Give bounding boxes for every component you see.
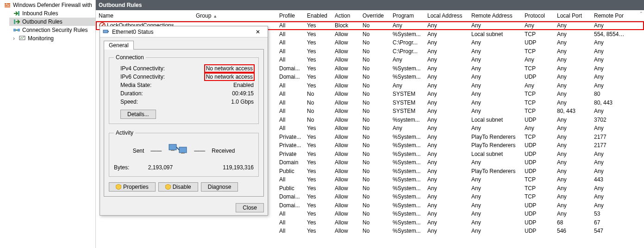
cell-override: No [360,211,390,217]
cell-action: Allow [332,108,360,114]
cell-override: No [360,65,390,72]
cell-remoteaddr: Any [469,74,522,80]
disable-button[interactable]: Disable [158,182,198,192]
cell-localport: 80, 443 [554,108,591,114]
cell-localaddr: Any [425,168,469,174]
table-row[interactable]: AllYesAllowNo%System...AnyAnyUDP6867 [96,218,644,227]
cell-action: Allow [332,31,360,37]
tab-general[interactable]: General [104,41,134,50]
cell-protocol: Any [522,125,554,131]
cell-enabled: Yes [304,159,332,166]
monitor-icon [19,35,26,42]
tree-item-monitoring[interactable]: › Monitoring [9,34,95,43]
cell-localport: Any [554,91,591,97]
cell-protocol: UDP [522,228,554,234]
cell-program: Any [390,22,425,29]
svg-rect-9 [19,36,25,40]
cell-program: Any [390,125,425,131]
cell-program: %System... [390,65,425,72]
dialog-titlebar[interactable]: Ethernet0 Status ✕ [100,26,268,37]
chevron-right-icon[interactable]: › [13,35,19,42]
cell-protocol: TCP [522,134,554,140]
cell-remoteaddr: Any [469,211,522,217]
col-override[interactable]: Override [360,12,390,19]
col-name[interactable]: Name [96,12,193,19]
svg-rect-5 [18,11,19,16]
col-localaddr[interactable]: Local Address [425,12,469,19]
cell-enabled: Yes [304,56,332,63]
cell-remoteport: 2177 [591,142,628,149]
cell-profile: All [276,125,304,131]
tree-root[interactable]: Windows Defender Firewall with [0,1,95,9]
col-action[interactable]: Action [332,12,360,19]
close-button[interactable]: Close [236,203,264,212]
col-program[interactable]: Program [390,12,425,19]
cell-localport: Any [554,176,591,183]
cell-override: No [360,56,390,63]
grid-header: Name Group▲ Profile Enabled Action Overr… [96,10,644,21]
cell-remoteport: Any [591,125,628,131]
cell-enabled: Yes [304,142,332,149]
col-group[interactable]: Group▲ [193,12,276,19]
cell-override: No [360,48,390,55]
properties-button[interactable]: Properties [109,182,156,192]
cell-program: %System... [390,142,425,149]
duration-value: 00:49:15 [232,90,254,97]
svg-rect-13 [108,31,109,32]
cell-remoteaddr: Any [469,39,522,46]
cell-localport: Any [554,142,591,149]
cell-program: %System... [390,176,425,183]
cell-profile: Public [276,168,304,174]
cell-remoteaddr: Any [469,82,522,89]
cell-enabled: No [304,108,332,114]
cell-protocol: TCP [522,99,554,106]
cell-protocol: TCP [522,185,554,192]
cell-remoteport: 554, 8554-85 [591,31,628,37]
tree-item-csr[interactable]: Connection Security Rules [9,26,95,34]
tree-item-outbound[interactable]: Outbound Rules [9,18,95,26]
cell-action: Allow [332,134,360,140]
cell-override: No [360,31,390,37]
ipv4-value: No network access [205,65,254,72]
table-row[interactable]: AllYesAllowNo%System...AnyAnyUDP546547 [96,227,644,236]
cell-override: No [360,219,390,226]
cell-protocol: UDP [522,159,554,166]
cell-profile: Private... [276,142,304,149]
cell-localaddr: Any [425,108,469,114]
col-enabled[interactable]: Enabled [304,12,332,19]
cell-remoteaddr: Any [469,108,522,114]
ipv6-label: IPv6 Connectivity: [114,74,165,80]
col-profile[interactable]: Profile [276,12,304,19]
cell-remoteport: Any [591,193,628,200]
cell-override: No [360,168,390,174]
details-button[interactable]: Details... [120,110,156,119]
cell-protocol: UDP [522,168,554,174]
bytes-label: Bytes: [114,164,129,171]
col-remoteport[interactable]: Remote Por [591,12,628,19]
cell-enabled: No [304,117,332,123]
cell-protocol: UDP [522,211,554,217]
col-protocol[interactable]: Protocol [522,12,554,19]
connection-group: Connection IPv4 Connectivity:No network … [109,54,259,124]
cell-localaddr: Any [425,219,469,226]
cell-program: %System... [390,159,425,166]
cell-profile: All [276,56,304,63]
col-remoteaddr[interactable]: Remote Address [469,12,522,19]
sent-label: Sent [133,148,144,154]
col-localport[interactable]: Local Port [554,12,591,19]
cell-remoteport: Any [591,74,628,80]
cell-localaddr: Any [425,22,469,29]
cell-localaddr: Any [425,211,469,217]
cell-protocol: UDP [522,202,554,209]
svg-rect-12 [103,30,108,33]
cell-remoteaddr: Any [469,159,522,166]
close-icon[interactable]: ✕ [251,29,265,35]
scroll-up-icon[interactable]: ⌃ [639,11,643,16]
tree-item-inbound[interactable]: Inbound Rules [9,9,95,18]
cell-remoteaddr: PlayTo Renderers [469,142,522,149]
diagnose-button[interactable]: Diagnose [201,182,238,192]
cell-profile: Private... [276,134,304,140]
connection-legend: Connection [114,54,146,61]
cell-program: C:\Progr... [390,39,425,46]
cell-profile: All [276,108,304,114]
